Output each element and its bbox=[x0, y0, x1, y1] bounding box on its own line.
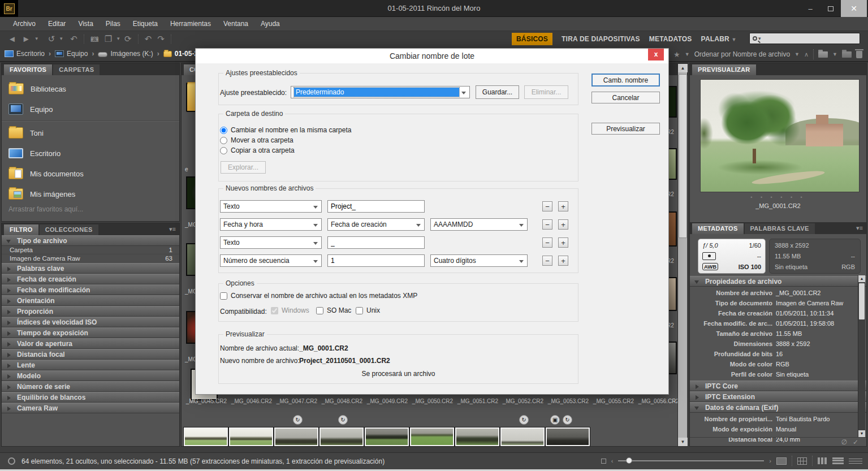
dialog-close-button[interactable]: x bbox=[648, 49, 664, 61]
filter-section[interactable]: Orientación bbox=[2, 295, 179, 306]
filter-section[interactable]: Distancia focal bbox=[2, 349, 179, 360]
forward-icon[interactable]: ► bbox=[22, 31, 31, 46]
back-icon[interactable]: ◄ bbox=[8, 31, 16, 46]
open-folder-icon[interactable] bbox=[818, 51, 828, 58]
recent-boomerang-icon[interactable]: ↺ bbox=[48, 31, 55, 46]
menu-etiqueta[interactable]: Etiqueta bbox=[127, 17, 164, 31]
crop-badge-icon[interactable]: ▣ bbox=[550, 415, 560, 425]
photo-thumbnail[interactable] bbox=[365, 427, 409, 446]
menu-editar[interactable]: Editar bbox=[42, 17, 72, 31]
rename-text-input[interactable] bbox=[327, 236, 425, 249]
tab-favoritos[interactable]: FAVORITOS bbox=[4, 64, 52, 75]
date-type-select[interactable]: Fecha de creación bbox=[327, 218, 425, 231]
menu-pilas[interactable]: Pilas bbox=[100, 17, 127, 31]
photo-thumbnail[interactable] bbox=[455, 427, 499, 446]
slider-left-arrow-icon[interactable]: ‹ bbox=[611, 457, 614, 464]
breadcrumb-escritorio[interactable]: Escritorio bbox=[5, 50, 45, 58]
minimize-button[interactable]: – bbox=[800, 0, 821, 17]
sort-dropdown-icon[interactable]: ▼ bbox=[794, 51, 800, 57]
sidebar-item-equipo[interactable]: Equipo bbox=[2, 99, 179, 119]
rotate-badge-icon[interactable]: ↻ bbox=[293, 415, 303, 425]
file-label[interactable]: _MG_0046.CR2 bbox=[229, 398, 274, 404]
filter-section[interactable]: Fecha de modificación bbox=[2, 284, 179, 295]
panel-menu-icon[interactable]: ▾≡ bbox=[169, 226, 176, 233]
list-view-icon[interactable] bbox=[849, 458, 862, 464]
slider-knob[interactable] bbox=[626, 457, 632, 464]
remove-row-button[interactable]: − bbox=[542, 256, 552, 266]
add-row-button[interactable]: + bbox=[558, 256, 568, 266]
maximize-button[interactable] bbox=[821, 0, 841, 17]
larger-thumbnails-icon[interactable] bbox=[776, 457, 787, 465]
radio-move-other-folder[interactable]: Mover a otra carpeta bbox=[220, 136, 293, 144]
tab-palabras-clave[interactable]: PALABRAS CLAVE bbox=[745, 223, 815, 234]
preview-image[interactable] bbox=[701, 80, 859, 192]
photo-thumbnail[interactable] bbox=[410, 427, 454, 446]
remove-row-button[interactable]: − bbox=[542, 201, 552, 211]
file-label[interactable]: _MG_0056.CR2 bbox=[636, 398, 681, 404]
metadata-section-iptc-extension[interactable]: IPTC Extension bbox=[690, 391, 866, 402]
file-label[interactable]: _MG_0049.CR2 bbox=[365, 398, 410, 404]
sidebar-item-mis-documentos[interactable]: Mis documentos bbox=[2, 163, 179, 184]
scroll-down-icon[interactable]: ▼ bbox=[678, 438, 688, 446]
add-row-button[interactable]: + bbox=[558, 237, 568, 248]
review-mode-icon[interactable]: ❐ bbox=[105, 31, 112, 46]
rotate-badge-icon[interactable]: ↻ bbox=[338, 415, 348, 425]
radio-input[interactable] bbox=[220, 147, 227, 154]
filter-row-camera-raw[interactable]: Imagen de Camera Raw63 bbox=[2, 254, 179, 263]
filter-section[interactable]: Proporción bbox=[2, 306, 179, 317]
menu-vista[interactable]: Vista bbox=[72, 17, 99, 31]
details-view-icon[interactable] bbox=[832, 457, 844, 464]
search-input[interactable]: ▾ bbox=[749, 33, 860, 44]
rotate-ccw-icon[interactable]: ↶ bbox=[145, 31, 152, 46]
file-label[interactable]: _MG_0051.CR2 bbox=[455, 398, 500, 404]
filter-star-icon[interactable]: ★ bbox=[673, 50, 680, 59]
photo-thumbnail[interactable] bbox=[184, 427, 228, 446]
sequence-start-input[interactable] bbox=[327, 254, 425, 267]
scrollbar-thumb[interactable] bbox=[859, 283, 865, 319]
compat-unix-checkbox[interactable]: Unix bbox=[356, 306, 380, 314]
thumbnail-size-slider[interactable] bbox=[618, 460, 764, 461]
tab-metadatos[interactable]: METADATOS bbox=[692, 223, 744, 234]
photo-thumbnail[interactable] bbox=[319, 427, 364, 446]
filter-section[interactable]: Equilibrio de blancos bbox=[2, 392, 179, 403]
workspace-tab-palabras[interactable]: PALABR ▼ bbox=[701, 35, 737, 43]
workspace-tab-tira[interactable]: TIRA DE DIAPOSITIVAS bbox=[562, 35, 640, 43]
filter-section[interactable]: Valor de apertura bbox=[2, 338, 179, 349]
scroll-down-icon[interactable]: ▼ bbox=[858, 430, 865, 437]
new-folder-icon[interactable] bbox=[842, 51, 852, 58]
panel-menu-icon[interactable]: ▾≡ bbox=[856, 224, 863, 232]
filter-section[interactable]: Índices de velocidad ISO bbox=[2, 317, 179, 327]
file-label[interactable]: _MG_0053.CR2 bbox=[546, 398, 591, 404]
breadcrumb-current-folder[interactable]: 01-05-2 bbox=[163, 50, 198, 58]
file-label[interactable]: _MG_0052.CR2 bbox=[500, 398, 546, 404]
smaller-thumbnails-icon[interactable] bbox=[601, 459, 606, 464]
compat-mac-checkbox[interactable]: SO Mac bbox=[316, 306, 351, 314]
preview-button[interactable]: Previsualizar bbox=[591, 123, 660, 135]
filter-section[interactable]: Modelo bbox=[2, 370, 179, 381]
filter-section-tipo-archivo[interactable]: Tipo de archivo bbox=[2, 235, 179, 246]
workspace-tab-basicos[interactable]: BÁSICOS bbox=[512, 33, 552, 45]
rename-button[interactable]: Camb. nombre bbox=[591, 74, 660, 87]
digits-select[interactable]: Cuatro dígitos bbox=[430, 254, 528, 267]
cancel-edits-icon[interactable]: ∅ bbox=[841, 438, 847, 446]
recent-dropdown-icon[interactable]: ▼ bbox=[59, 36, 63, 41]
rename-text-input[interactable] bbox=[327, 200, 425, 213]
remove-row-button[interactable]: − bbox=[542, 219, 552, 230]
checkbox-input[interactable] bbox=[356, 307, 363, 314]
metadata-section-exif[interactable]: Datos de cámara (Exif) bbox=[690, 402, 866, 413]
rotate-badge-icon[interactable]: ↻ bbox=[519, 415, 529, 425]
tab-carpetas[interactable]: CARPETAS bbox=[53, 64, 100, 75]
return-boomerang-icon[interactable]: ↶ bbox=[70, 31, 77, 46]
rename-field-type-select[interactable]: Fecha y hora bbox=[220, 218, 322, 231]
file-label[interactable]: _MG_0048.CR2 bbox=[319, 398, 365, 404]
photo-thumbnail[interactable] bbox=[274, 427, 318, 446]
rotate-cw-icon[interactable]: ↷ bbox=[157, 31, 165, 46]
filter-section[interactable]: Número de serie bbox=[2, 381, 179, 392]
filter-section[interactable]: Palabras clave bbox=[2, 263, 179, 274]
scroll-up-icon[interactable]: ▲ bbox=[678, 64, 688, 72]
radio-input[interactable] bbox=[220, 137, 227, 144]
file-label[interactable]: _MG_0047.CR2 bbox=[274, 398, 319, 404]
photo-thumbnail[interactable] bbox=[229, 427, 273, 446]
sidebar-item-bibliotecas[interactable]: Bibliotecas bbox=[2, 79, 179, 99]
keep-filename-checkbox[interactable]: Conservar el nombre de archivo actual en… bbox=[220, 292, 417, 300]
